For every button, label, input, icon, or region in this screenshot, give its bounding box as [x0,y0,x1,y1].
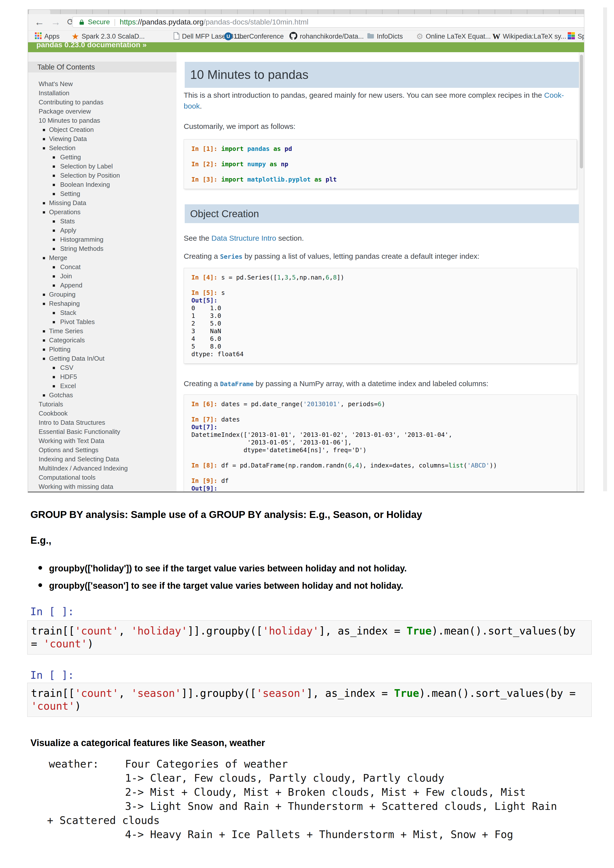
url-bar[interactable]: Secure | https://pandas.pydata.org/panda… [72,16,584,28]
notebook-code-cell-holiday[interactable]: train[['count', 'holiday']].groupby(['ho… [27,620,592,654]
toc-item[interactable]: Stats [28,217,177,226]
toc-item[interactable]: String Methods [28,244,177,253]
toc-item[interactable]: CSV [28,363,177,372]
toc-item-label: String Methods [60,245,104,252]
toc-item[interactable]: HDF5 [28,372,177,381]
series-code-link[interactable]: Series [220,253,242,260]
see-paragraph: See the Data Structure Intro section. [184,233,304,244]
notebook-code-cell-season[interactable]: train[['count', 'season']].groupby(['sea… [27,683,592,717]
bookmark-wikipedia[interactable]: W Wikipedia:LaTeX sy... [493,31,566,42]
toc-item-label: Contributing to pandas [39,98,104,106]
bookmark-colorgrid[interactable]: Sp [568,31,584,42]
code-line: Out[9]: [191,485,577,491]
toc-item[interactable]: Object Creation [28,125,177,134]
toc-item-label: Viewing Data [49,135,87,143]
toc-item[interactable]: Grouping [28,290,177,299]
code-line [191,454,577,462]
url-host: //pandas.pydata.org [138,18,204,26]
toc-item[interactable]: Gotchas [28,391,177,400]
gear-icon: ⚙ [416,32,423,40]
bullet-square-icon [43,211,45,214]
bullet-square-icon [53,175,55,177]
toc-item[interactable]: Options and Settings [28,445,177,455]
toc-item[interactable]: Merge [28,253,177,262]
toc-item[interactable]: Concat [28,262,177,271]
toc-item[interactable]: Stack [28,308,177,317]
toc-item[interactable]: Join [28,271,177,281]
toc-item-label: CSV [60,364,73,371]
toc-item[interactable]: Categoricals [28,336,177,345]
code-line: train[['count', 'holiday']].groupby(['ho… [31,625,591,637]
toc-item[interactable]: Pivot Tables [28,317,177,327]
site-header-bar[interactable]: pandas 0.23.0 documentation » [28,42,584,52]
bookmark-latex-equation[interactable]: ⚙ Online LaTeX Equat... [416,31,491,42]
dataframe-code-link[interactable]: DataFrame [220,380,253,388]
toc-item[interactable]: 10 Minutes to pandas [28,116,177,125]
scrollbar[interactable] [579,52,584,491]
toc-item[interactable]: Indexing and Selecting Data [28,455,177,464]
bookmark-spark[interactable]: ★ Spark 2.3.0 ScalaD... [72,31,145,42]
toc-item[interactable]: Tutorials [28,400,177,409]
toc-item-label: Grouping [49,291,76,298]
toc-item[interactable]: Excel [28,381,177,391]
toc-item[interactable]: Plotting [28,345,177,354]
see-text: See the [184,234,211,242]
bookmark-github[interactable]: rohanchikorde/Data... [289,31,364,42]
code-line: In [9]: df [191,477,577,485]
cookbook-link[interactable]: Cook- [544,91,564,99]
toc-item[interactable]: Selection [28,144,177,153]
bullet-square-icon [43,349,45,351]
toc-item[interactable]: Selection by Position [28,171,177,180]
toc-item[interactable]: Installation [28,88,177,98]
toc-item[interactable]: Essential Basic Functionality [28,427,177,436]
toc-item[interactable]: Intro to Data Structures [28,418,177,427]
toc-item[interactable]: Selection by Label [28,162,177,171]
toc-item[interactable]: Contributing to pandas [28,98,177,107]
data-structure-intro-link[interactable]: Data Structure Intro [211,234,276,242]
toc-item[interactable]: Computational tools [28,473,177,482]
toc-item[interactable]: Apply [28,226,177,235]
toc-item[interactable]: Missing Data [28,198,177,208]
active-tab[interactable] [29,10,50,14]
back-button[interactable]: ← [34,15,44,29]
toc-item[interactable]: Cookbook [28,409,177,418]
bookmark-uberconference[interactable]: U UberConference [224,31,284,42]
toc-item-label: Tutorials [39,400,63,408]
toc-item[interactable]: Boolean Indexing [28,180,177,189]
toc-item[interactable]: Package overview [28,107,177,116]
browser-tab-strip[interactable] [28,10,584,14]
bookmark-infodicts[interactable]: InfoDicts [367,31,403,42]
weather-text-line: 1-> Clear, Few clouds, Partly cloudy, Pa… [125,772,445,784]
toc-item[interactable]: Setting [28,189,177,198]
toc-item[interactable]: Time Series [28,327,177,336]
toc-item[interactable]: Append [28,281,177,290]
bookmark-label: Online LaTeX Equat... [426,33,491,40]
code-line [191,153,577,160]
weather-text-line: 4-> Heavy Rain + Ice Pallets + Thunderst… [125,828,513,840]
code-line: dtype='datetime64[ns]', freq='D') [191,446,577,454]
bookmark-apps[interactable]: Apps [35,31,60,42]
toc-item-label: Reshaping [49,300,80,307]
scrollbar-thumb[interactable] [580,55,583,169]
toc-item[interactable]: Histogramming [28,235,177,244]
toc-item[interactable]: MultiIndex / Advanced Indexing [28,464,177,473]
toc-item[interactable]: Working with Text Data [28,436,177,445]
toc-item[interactable]: Getting [28,153,177,162]
toc-item[interactable]: What's New [28,79,177,88]
bullet-square-icon [43,394,45,397]
toc-item-label: Indexing and Selecting Data [39,456,119,463]
forward-button[interactable]: → [51,15,61,29]
toc-item[interactable]: Viewing Data [28,134,177,144]
eg-label: E.g., [30,535,51,546]
bullet-square-icon [43,294,45,296]
toc-item[interactable]: Getting Data In/Out [28,354,177,363]
toc-item[interactable]: Reshaping [28,299,177,308]
code-line: In [3]: import matplotlib.pyplot as plt [191,176,577,183]
toc-item-label: Missing Data [49,199,86,206]
main-content: 10 Minutes to pandas This is a short int… [177,52,579,491]
toc-item[interactable]: Working with missing data [28,482,177,491]
cookbook-link[interactable]: book [184,102,200,110]
toc-item[interactable]: Operations [28,208,177,217]
bookmark-label: UberConference [235,33,284,40]
toc-item-label: Histogramming [60,236,104,243]
